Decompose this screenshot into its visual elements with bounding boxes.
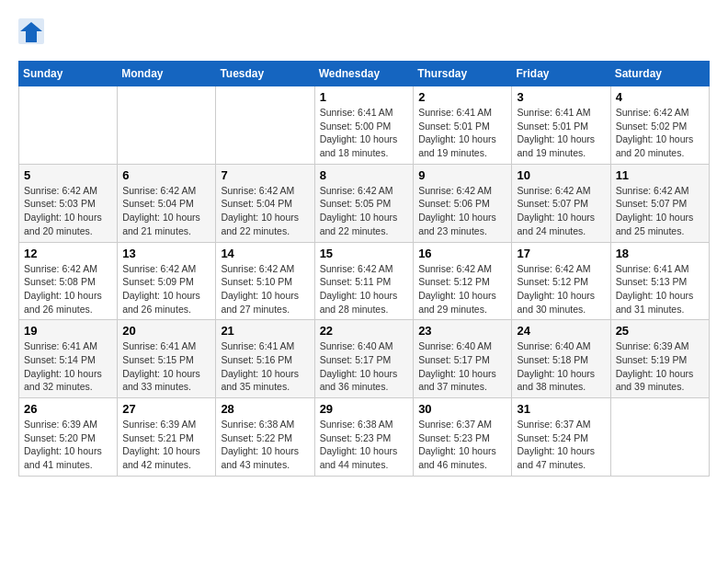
day-info: Sunrise: 6:42 AMSunset: 5:07 PMDaylight:… (517, 184, 605, 238)
day-number: 29 (320, 402, 409, 416)
day-number: 25 (616, 324, 704, 338)
calendar-cell: 17Sunrise: 6:42 AMSunset: 5:12 PMDayligh… (512, 242, 610, 320)
calendar-header-row: SundayMondayTuesdayWednesdayThursdayFrid… (19, 62, 710, 86)
calendar-cell: 15Sunrise: 6:42 AMSunset: 5:11 PMDayligh… (314, 242, 414, 320)
day-info: Sunrise: 6:42 AMSunset: 5:09 PMDaylight:… (122, 262, 210, 316)
day-info: Sunrise: 6:40 AMSunset: 5:18 PMDaylight:… (517, 339, 605, 394)
calendar-cell: 7Sunrise: 6:42 AMSunset: 5:04 PMDaylight… (216, 164, 314, 242)
day-header-thursday: Thursday (414, 62, 512, 86)
calendar-cell: 24Sunrise: 6:40 AMSunset: 5:18 PMDayligh… (512, 320, 610, 398)
day-info: Sunrise: 6:37 AMSunset: 5:23 PMDaylight:… (418, 418, 506, 472)
day-number: 21 (221, 324, 309, 338)
day-info: Sunrise: 6:41 AMSunset: 5:16 PMDaylight:… (221, 339, 309, 394)
day-info: Sunrise: 6:42 AMSunset: 5:10 PMDaylight:… (221, 262, 309, 316)
day-number: 19 (24, 324, 112, 338)
calendar-cell: 16Sunrise: 6:42 AMSunset: 5:12 PMDayligh… (414, 242, 512, 320)
day-header-monday: Monday (118, 62, 216, 86)
calendar-cell (118, 86, 216, 165)
day-info: Sunrise: 6:39 AMSunset: 5:19 PMDaylight:… (616, 339, 704, 394)
day-info: Sunrise: 6:42 AMSunset: 5:12 PMDaylight:… (418, 262, 506, 316)
calendar-cell: 1Sunrise: 6:41 AMSunset: 5:00 PMDaylight… (314, 86, 414, 165)
calendar-cell: 10Sunrise: 6:42 AMSunset: 5:07 PMDayligh… (512, 164, 610, 242)
calendar-cell: 21Sunrise: 6:41 AMSunset: 5:16 PMDayligh… (216, 320, 314, 398)
day-info: Sunrise: 6:39 AMSunset: 5:21 PMDaylight:… (122, 418, 210, 472)
day-info: Sunrise: 6:42 AMSunset: 5:03 PMDaylight:… (24, 184, 112, 238)
day-number: 8 (320, 168, 409, 182)
calendar-cell: 11Sunrise: 6:42 AMSunset: 5:07 PMDayligh… (610, 164, 709, 242)
day-info: Sunrise: 6:42 AMSunset: 5:05 PMDaylight:… (320, 184, 409, 238)
day-number: 12 (24, 247, 112, 260)
calendar-cell (216, 86, 314, 165)
week-row-5: 26Sunrise: 6:39 AMSunset: 5:20 PMDayligh… (19, 398, 710, 477)
day-header-saturday: Saturday (610, 62, 709, 86)
day-info: Sunrise: 6:41 AMSunset: 5:14 PMDaylight:… (24, 339, 112, 394)
day-number: 13 (122, 247, 210, 260)
day-info: Sunrise: 6:41 AMSunset: 5:01 PMDaylight:… (517, 106, 605, 160)
day-info: Sunrise: 6:42 AMSunset: 5:11 PMDaylight:… (320, 262, 409, 316)
day-number: 18 (616, 247, 704, 260)
day-number: 3 (517, 90, 605, 104)
day-number: 2 (418, 90, 506, 104)
calendar-cell: 19Sunrise: 6:41 AMSunset: 5:14 PMDayligh… (19, 320, 118, 398)
day-info: Sunrise: 6:42 AMSunset: 5:08 PMDaylight:… (24, 262, 112, 316)
calendar-cell: 27Sunrise: 6:39 AMSunset: 5:21 PMDayligh… (118, 398, 216, 477)
calendar-cell: 2Sunrise: 6:41 AMSunset: 5:01 PMDaylight… (414, 86, 512, 165)
day-number: 6 (122, 168, 210, 182)
calendar-cell: 31Sunrise: 6:37 AMSunset: 5:24 PMDayligh… (512, 398, 610, 477)
day-number: 7 (221, 168, 309, 182)
calendar-cell: 6Sunrise: 6:42 AMSunset: 5:04 PMDaylight… (118, 164, 216, 242)
calendar-cell: 4Sunrise: 6:42 AMSunset: 5:02 PMDaylight… (610, 86, 709, 165)
calendar-cell: 8Sunrise: 6:42 AMSunset: 5:05 PMDaylight… (314, 164, 414, 242)
day-info: Sunrise: 6:42 AMSunset: 5:06 PMDaylight:… (418, 184, 506, 238)
week-row-2: 5Sunrise: 6:42 AMSunset: 5:03 PMDaylight… (19, 164, 710, 242)
day-header-friday: Friday (512, 62, 610, 86)
day-info: Sunrise: 6:41 AMSunset: 5:01 PMDaylight:… (418, 106, 506, 160)
day-info: Sunrise: 6:38 AMSunset: 5:23 PMDaylight:… (320, 418, 409, 472)
day-header-tuesday: Tuesday (216, 62, 314, 86)
day-header-sunday: Sunday (19, 62, 118, 86)
day-number: 20 (122, 324, 210, 338)
day-info: Sunrise: 6:42 AMSunset: 5:12 PMDaylight:… (517, 262, 605, 316)
day-number: 26 (24, 402, 112, 416)
day-number: 1 (320, 90, 409, 104)
calendar-table: SundayMondayTuesdayWednesdayThursdayFrid… (18, 61, 710, 477)
day-number: 15 (320, 247, 409, 260)
day-number: 23 (418, 324, 506, 338)
day-number: 28 (221, 402, 309, 416)
day-number: 16 (418, 247, 506, 260)
calendar-cell: 29Sunrise: 6:38 AMSunset: 5:23 PMDayligh… (314, 398, 414, 477)
day-info: Sunrise: 6:41 AMSunset: 5:13 PMDaylight:… (616, 262, 704, 316)
calendar-cell: 28Sunrise: 6:38 AMSunset: 5:22 PMDayligh… (216, 398, 314, 477)
day-number: 17 (517, 247, 605, 260)
calendar-cell: 23Sunrise: 6:40 AMSunset: 5:17 PMDayligh… (414, 320, 512, 398)
calendar-cell: 3Sunrise: 6:41 AMSunset: 5:01 PMDaylight… (512, 86, 610, 165)
day-info: Sunrise: 6:40 AMSunset: 5:17 PMDaylight:… (320, 339, 409, 394)
week-row-3: 12Sunrise: 6:42 AMSunset: 5:08 PMDayligh… (19, 242, 710, 320)
day-number: 4 (616, 90, 704, 104)
day-info: Sunrise: 6:42 AMSunset: 5:04 PMDaylight:… (221, 184, 309, 238)
day-info: Sunrise: 6:42 AMSunset: 5:04 PMDaylight:… (122, 184, 210, 238)
day-info: Sunrise: 6:42 AMSunset: 5:02 PMDaylight:… (616, 106, 704, 160)
week-row-1: 1Sunrise: 6:41 AMSunset: 5:00 PMDaylight… (19, 86, 710, 165)
calendar-cell (19, 86, 118, 165)
calendar-cell: 14Sunrise: 6:42 AMSunset: 5:10 PMDayligh… (216, 242, 314, 320)
day-number: 5 (24, 168, 112, 182)
day-number: 24 (517, 324, 605, 338)
day-number: 30 (418, 402, 506, 416)
day-number: 22 (320, 324, 409, 338)
calendar-cell: 25Sunrise: 6:39 AMSunset: 5:19 PMDayligh… (610, 320, 709, 398)
day-number: 10 (517, 168, 605, 182)
page-header (18, 18, 710, 46)
calendar-cell: 30Sunrise: 6:37 AMSunset: 5:23 PMDayligh… (414, 398, 512, 477)
day-info: Sunrise: 6:39 AMSunset: 5:20 PMDaylight:… (24, 418, 112, 472)
calendar-cell: 22Sunrise: 6:40 AMSunset: 5:17 PMDayligh… (314, 320, 414, 398)
day-number: 14 (221, 247, 309, 260)
day-info: Sunrise: 6:42 AMSunset: 5:07 PMDaylight:… (616, 184, 704, 238)
day-number: 27 (122, 402, 210, 416)
calendar-cell: 13Sunrise: 6:42 AMSunset: 5:09 PMDayligh… (118, 242, 216, 320)
day-info: Sunrise: 6:40 AMSunset: 5:17 PMDaylight:… (418, 339, 506, 394)
calendar-cell (610, 398, 709, 477)
day-number: 9 (418, 168, 506, 182)
day-header-wednesday: Wednesday (314, 62, 414, 86)
calendar-cell: 18Sunrise: 6:41 AMSunset: 5:13 PMDayligh… (610, 242, 709, 320)
